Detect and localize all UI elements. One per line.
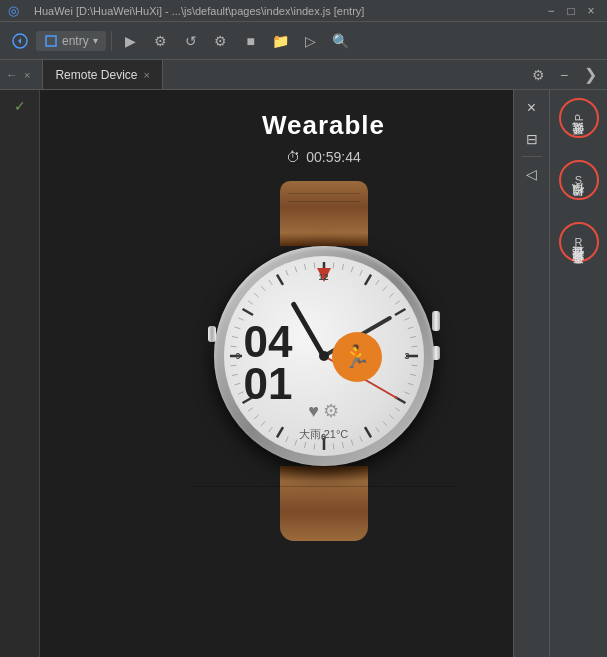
svg-line-30 xyxy=(342,442,343,448)
svg-line-14 xyxy=(407,327,413,329)
svg-line-59 xyxy=(294,267,296,273)
tab-spacer xyxy=(163,60,521,89)
watch-container: // Will be done in JS below 04 01 xyxy=(184,181,464,501)
watch-num-9: 9 xyxy=(236,351,241,361)
svg-line-12 xyxy=(395,309,405,315)
svg-line-55 xyxy=(261,286,265,290)
svg-line-25 xyxy=(382,421,386,425)
remote-device-tab-wrapper: R xyxy=(559,222,599,262)
svg-line-23 xyxy=(395,408,400,412)
svg-line-10 xyxy=(389,293,393,297)
svg-line-54 xyxy=(254,293,258,297)
svg-line-11 xyxy=(395,301,400,305)
svg-line-45 xyxy=(232,374,238,375)
left-gutter: ✓ xyxy=(0,90,40,657)
watch-orange-circle: 🏃 xyxy=(332,332,382,382)
watch-body: // Will be done in JS below 04 01 xyxy=(214,246,434,466)
svg-line-57 xyxy=(277,275,283,285)
watch-crown-top xyxy=(432,311,440,331)
app-icon: ◎ xyxy=(8,3,28,18)
watch-bottom-icons: ♥ ⚙ xyxy=(308,400,339,422)
tab-settings-button[interactable]: ⚙ xyxy=(527,64,549,86)
gear-icon-watch: ⚙ xyxy=(323,400,339,422)
stop-button[interactable]: ■ xyxy=(237,27,265,55)
svg-line-16 xyxy=(411,346,417,347)
entry-dropdown[interactable]: entry ▾ xyxy=(36,31,106,51)
back-nav-button[interactable] xyxy=(6,27,34,55)
svg-line-27 xyxy=(365,427,371,437)
svg-line-29 xyxy=(351,440,353,446)
overlay-sep xyxy=(522,156,542,157)
simulator-tab-icon: S xyxy=(575,174,582,186)
run-button[interactable]: ▶ xyxy=(117,27,145,55)
tab-remote-device[interactable]: Remote Device × xyxy=(43,60,162,89)
svg-line-39 xyxy=(261,421,265,425)
svg-line-52 xyxy=(242,309,252,315)
remote-device-tab-circle[interactable]: R xyxy=(559,222,599,262)
timer-row: ⏱ 00:59:44 xyxy=(286,149,361,165)
title-bar-text: HuaWei [D:\HuaWei\HuXi] - ...\js\default… xyxy=(34,5,539,17)
previewer-tab-wrapper: P xyxy=(559,98,599,138)
tab-close-x[interactable]: × xyxy=(24,69,30,81)
tab-item-remote-device[interactable]: ← × xyxy=(0,60,43,89)
svg-line-20 xyxy=(407,383,413,385)
overlay-close-button[interactable]: × xyxy=(518,94,546,122)
svg-line-46 xyxy=(230,365,236,366)
svg-line-40 xyxy=(254,415,258,419)
svg-line-8 xyxy=(375,280,379,285)
settings-button[interactable]: ⚙ xyxy=(207,27,235,55)
tab-side-button[interactable]: ❯ xyxy=(579,64,601,86)
watch-hour-display: 04 xyxy=(244,320,293,364)
svg-line-7 xyxy=(365,275,371,285)
svg-line-15 xyxy=(410,336,416,337)
svg-line-4 xyxy=(342,264,343,270)
svg-line-19 xyxy=(410,374,416,375)
tab-left-arrow: ← xyxy=(6,68,18,82)
vertical-tabs-container: P 硬觉器 S 模拟器 R 远程设备 仿真设备 xyxy=(549,90,607,657)
tab-minimize-button[interactable]: − xyxy=(553,64,575,86)
entry-label: entry xyxy=(62,34,89,48)
maximize-button[interactable]: □ xyxy=(563,3,579,19)
svg-line-5 xyxy=(351,267,353,273)
timer-icon: ⏱ xyxy=(286,149,300,165)
svg-line-18 xyxy=(411,365,417,366)
watch-center-dot xyxy=(319,351,329,361)
svg-line-21 xyxy=(404,392,409,394)
debug-button[interactable]: ⚙ xyxy=(147,27,175,55)
tab-close-button[interactable]: × xyxy=(143,69,149,81)
timer-value: 00:59:44 xyxy=(306,149,361,165)
watch-minute-display: 01 xyxy=(244,362,293,406)
search-button[interactable]: 🔍 xyxy=(327,27,355,55)
svg-line-50 xyxy=(234,327,240,329)
svg-line-26 xyxy=(375,427,379,432)
overlay-back-button[interactable]: ◁ xyxy=(518,160,546,188)
remote-device-tab-icon: R xyxy=(575,236,583,248)
simulator-tab-circle[interactable]: S xyxy=(559,160,599,200)
svg-line-41 xyxy=(247,408,252,412)
watch-num-3: 3 xyxy=(404,351,409,361)
wearable-title: Wearable xyxy=(262,110,385,141)
svg-line-13 xyxy=(404,318,409,320)
minimize-button[interactable]: − xyxy=(543,3,559,19)
previewer-tab-circle[interactable]: P xyxy=(559,98,599,138)
entry-arrow: ▾ xyxy=(93,35,98,46)
reload-button[interactable]: ↺ xyxy=(177,27,205,55)
svg-line-51 xyxy=(238,318,243,320)
svg-line-33 xyxy=(314,444,315,450)
previewer-tab-label: P xyxy=(573,114,585,121)
play2-button[interactable]: ▷ xyxy=(297,27,325,55)
svg-line-24 xyxy=(389,415,393,419)
svg-line-58 xyxy=(285,270,287,275)
heart-icon: ♥ xyxy=(308,401,319,422)
close-button[interactable]: × xyxy=(583,3,599,19)
run-icon: 🏃 xyxy=(343,344,370,370)
svg-line-49 xyxy=(232,336,238,337)
tab-label: Remote Device xyxy=(55,68,137,82)
watch-crown-left xyxy=(208,326,216,342)
svg-line-48 xyxy=(230,346,236,347)
folder-button[interactable]: 📁 xyxy=(267,27,295,55)
toolbar: entry ▾ ▶ ⚙ ↺ ⚙ ■ 📁 ▷ 🔍 xyxy=(0,22,607,60)
tab-bar: ← × Remote Device × ⚙ − ❯ xyxy=(0,60,607,90)
overlay-screen-button[interactable]: ⊟ xyxy=(518,125,546,153)
svg-line-34 xyxy=(304,442,305,448)
